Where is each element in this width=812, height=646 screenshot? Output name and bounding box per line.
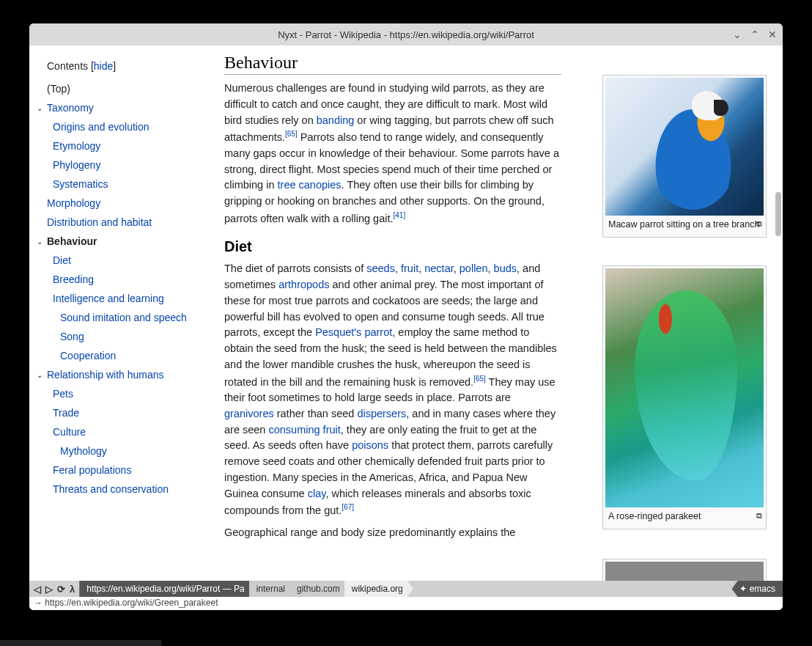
toc-item: Diet: [47, 251, 202, 270]
toc-link-mythology[interactable]: Mythology: [60, 445, 107, 457]
toc-link-behaviour[interactable]: Behaviour: [47, 235, 97, 247]
toc-link-etymology[interactable]: Etymology: [53, 140, 100, 152]
toc-link-phylogeny[interactable]: Phylogeny: [53, 159, 100, 171]
link-pollen[interactable]: pollen: [459, 263, 488, 274]
link-poisons[interactable]: poisons: [352, 439, 388, 451]
nav-forward-icon[interactable]: ▷: [45, 584, 53, 595]
image-cutoff[interactable]: [605, 562, 764, 581]
toc-item: Phylogeny: [47, 155, 202, 175]
toc-link-breeding[interactable]: Breeding: [53, 274, 94, 285]
browser-window: Nyxt - Parrot - Wikipedia - https://en.w…: [29, 23, 783, 610]
toc-link-culture[interactable]: Culture: [53, 426, 86, 438]
toc-link-feral-populations[interactable]: Feral populations: [53, 464, 131, 476]
toc-link-systematics[interactable]: Systematics: [53, 178, 108, 190]
link-tree-canopies[interactable]: tree canopies: [278, 179, 342, 191]
toc-link-threats-and-conservation[interactable]: Threats and conservation: [53, 483, 169, 495]
link-buds[interactable]: buds: [494, 263, 517, 274]
toc-link-pets[interactable]: Pets: [53, 388, 73, 400]
ref-41[interactable]: [41]: [394, 211, 406, 219]
toc-item: Intelligence and learning: [47, 289, 202, 308]
maximize-icon[interactable]: ⌃: [750, 29, 759, 40]
link-arthropods[interactable]: arthropods: [278, 279, 329, 290]
toc-item: Origins and evolution: [47, 117, 202, 136]
toc-item: Culture: [47, 422, 202, 441]
link-dispersers[interactable]: dispersers: [357, 408, 406, 419]
nav-lambda-icon[interactable]: λ: [70, 584, 75, 595]
link-consuming-fruit[interactable]: consuming fruit: [268, 424, 340, 436]
toc-item: Systematics: [47, 175, 202, 194]
ref-67[interactable]: [67]: [342, 503, 354, 511]
window-title: Nyxt - Parrot - Wikipedia - https://en.w…: [278, 29, 534, 40]
toc-item: Feral populations: [47, 460, 202, 480]
toc-link-morphology[interactable]: Morphology: [47, 197, 100, 209]
link-nectar[interactable]: nectar: [424, 263, 454, 274]
caption-parakeet: A rose-ringed parakeet: [608, 511, 701, 521]
para-behaviour: Numerous challenges are found in studyin…: [224, 81, 560, 227]
link-seeds[interactable]: seeds: [366, 263, 395, 274]
toc-link-relationship-with-humans[interactable]: Relationship with humans: [47, 369, 164, 381]
toc-link-taxonomy[interactable]: Taxonomy: [47, 102, 94, 114]
ref-65[interactable]: [65]: [285, 130, 298, 138]
para-cutoff: Geographical range and body size predomi…: [224, 525, 560, 541]
ref-65b[interactable]: [65]: [473, 375, 486, 383]
toc-item: (Top): [47, 79, 202, 98]
toc-link-sound-imitation-and-speech[interactable]: Sound imitation and speech: [60, 312, 187, 323]
toc-item: ⌄Taxonomy: [47, 98, 202, 117]
toc-item: ⌄Behaviour: [47, 232, 202, 251]
heading-behaviour: Behaviour: [224, 53, 561, 75]
tab-wikipedia[interactable]: wikipedia.org: [344, 581, 413, 597]
close-icon[interactable]: ✕: [768, 29, 777, 40]
link-banding[interactable]: banding: [317, 114, 355, 126]
enlarge-icon[interactable]: ⧉: [756, 510, 762, 521]
caption-macaw: Macaw parrot sitting on a tree branch: [608, 219, 759, 230]
url-tab[interactable]: https://en.wikipedia.org/wiki/Parrot — P…: [79, 581, 254, 597]
article-main: Behaviour Numerous challenges are found …: [211, 45, 783, 581]
minimize-icon[interactable]: ⌄: [733, 29, 742, 40]
toc-link-song[interactable]: Song: [60, 331, 84, 342]
window-titlebar: Nyxt - Parrot - Wikipedia - https://en.w…: [29, 23, 783, 45]
toc-item: Song: [47, 327, 202, 346]
taskbar-shadow: [0, 640, 161, 646]
thumb-parakeet[interactable]: A rose-ringed parakeet ⧉: [602, 265, 767, 529]
link-granivores[interactable]: granivores: [224, 408, 274, 419]
toc-link-origins-and-evolution[interactable]: Origins and evolution: [53, 121, 150, 133]
heading-diet: Diet: [224, 238, 561, 255]
toc-link-intelligence-and-learning[interactable]: Intelligence and learning: [53, 293, 164, 304]
toc-item: Mythology: [47, 441, 202, 460]
emacs-button[interactable]: ✦ emacs: [732, 581, 783, 597]
tab-github[interactable]: github.com: [289, 581, 350, 597]
nav-back-icon[interactable]: ◁: [34, 584, 41, 595]
link-clay[interactable]: clay: [308, 488, 326, 499]
toc-link-top[interactable]: (Top): [47, 83, 70, 95]
link-pesquets-parrot[interactable]: Pesquet's parrot: [315, 326, 392, 338]
image-parakeet[interactable]: [605, 268, 764, 507]
chevron-down-icon[interactable]: ⌄: [37, 238, 43, 246]
toc-item: ⌄Relationship with humans: [47, 365, 202, 384]
nav-reload-icon[interactable]: ⟳: [57, 584, 65, 595]
toc-item: Cooperation: [47, 346, 202, 365]
toc-item: Pets: [47, 384, 202, 403]
toc-item: Distribution and habitat: [47, 213, 202, 232]
toc-link-distribution-and-habitat[interactable]: Distribution and habitat: [47, 216, 152, 228]
toc-hide-link[interactable]: hide: [94, 60, 113, 72]
chevron-down-icon[interactable]: ⌄: [37, 104, 43, 112]
image-macaw[interactable]: [605, 78, 764, 216]
toc-sidebar: Contents [hide] (Top)⌄TaxonomyOrigins an…: [29, 45, 211, 581]
link-fruit[interactable]: fruit: [401, 263, 418, 274]
thumb-macaw[interactable]: Macaw parrot sitting on a tree branch ⧉: [602, 75, 767, 238]
toc-list: (Top)⌄TaxonomyOrigins and evolutionEtymo…: [47, 79, 202, 499]
scrollbar[interactable]: [775, 192, 781, 236]
toc-link-diet[interactable]: Diet: [53, 254, 71, 266]
thumb-cutoff[interactable]: [602, 559, 767, 581]
toc-item: Morphology: [47, 194, 202, 213]
toc-link-cooperation[interactable]: Cooperation: [60, 350, 116, 361]
tab-internal[interactable]: internal: [249, 581, 295, 597]
status-line: → https://en.wikipedia.org/wiki/Green_pa…: [29, 597, 783, 610]
para-diet: The diet of parrots consists of seeds, f…: [224, 261, 560, 519]
toc-item: Threats and conservation: [47, 480, 202, 499]
chevron-down-icon[interactable]: ⌄: [37, 371, 43, 379]
enlarge-icon[interactable]: ⧉: [756, 219, 762, 230]
toc-item: Breeding: [47, 270, 202, 289]
toc-link-trade[interactable]: Trade: [53, 407, 79, 419]
toc-header: Contents [hide]: [47, 60, 202, 72]
